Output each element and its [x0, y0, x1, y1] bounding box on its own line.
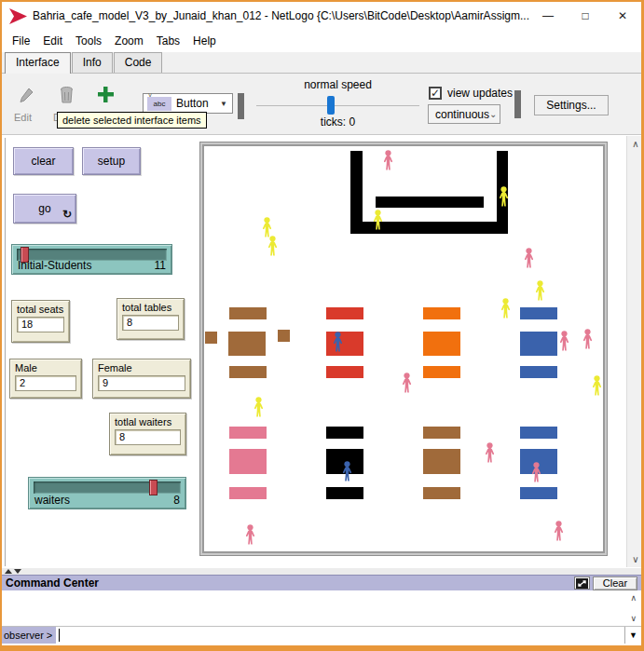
monitor-label: Female — [98, 362, 185, 373]
slider-label: Initial-Students — [18, 259, 91, 272]
view-updates-checkbox[interactable]: ✓ — [429, 87, 442, 100]
monitor-value: 18 — [17, 317, 64, 332]
tab-info[interactable]: Info — [72, 52, 113, 73]
person-icon — [591, 375, 603, 396]
slider-label: waiters — [34, 494, 70, 507]
table-block — [423, 332, 460, 356]
person-icon — [553, 521, 565, 541]
interface-toolbar: Edit Delete abc Button ▼ normal speed ti… — [2, 74, 641, 135]
person-icon — [244, 524, 256, 545]
person-icon — [523, 248, 535, 268]
delete-tooltip: delete selected interface items — [57, 112, 207, 129]
chevron-down-icon: ⌄ — [489, 109, 497, 119]
observer-prompt-label: observer > — [2, 627, 56, 644]
window-border — [0, 645, 644, 651]
table-block — [229, 307, 267, 319]
table-block — [229, 487, 267, 499]
view-updates-label: view updates — [447, 87, 513, 100]
command-center-input-row: observer > ▼ — [2, 626, 641, 644]
splitter-grip-icon[interactable] — [5, 569, 21, 574]
menu-help[interactable]: Help — [186, 32, 223, 50]
clear-button[interactable]: clear — [13, 147, 74, 175]
clear-button-label: clear — [31, 155, 55, 168]
table-block — [229, 449, 267, 474]
menu-file[interactable]: File — [6, 32, 36, 50]
counter-block — [376, 197, 484, 208]
close-button[interactable]: ✕ — [604, 2, 641, 30]
window-border — [0, 0, 2, 651]
person-icon — [498, 186, 510, 207]
tab-interface[interactable]: Interface — [5, 52, 71, 74]
netlogo-logo-icon — [9, 8, 27, 24]
world-view — [199, 142, 608, 556]
widget-type-dropdown[interactable]: abc Button ▼ — [143, 93, 233, 114]
forever-loop-icon: ↻ — [62, 208, 72, 221]
clear-command-center-button[interactable]: Clear — [593, 576, 637, 590]
monitor-label: total seats — [17, 304, 64, 315]
person-icon — [484, 442, 496, 463]
monitor-value: 8 — [115, 429, 181, 445]
table-block — [229, 427, 267, 439]
maximize-button[interactable]: □ — [567, 2, 604, 30]
setup-button[interactable]: setup — [82, 147, 141, 175]
table-block — [228, 332, 266, 356]
monitor-value: 9 — [98, 375, 185, 391]
button-widget-icon: abc — [147, 97, 171, 111]
table-block — [520, 366, 557, 378]
person-icon — [530, 462, 542, 482]
expand-arrows-icon[interactable] — [574, 576, 590, 590]
tab-code[interactable]: Code — [114, 52, 163, 73]
update-mode-dropdown[interactable]: continuous ⌄ — [428, 104, 500, 124]
tab-bar: Interface Info Code — [2, 52, 641, 74]
speed-slider-track[interactable] — [256, 105, 419, 106]
person-icon — [332, 332, 344, 352]
add-widget-plus-icon[interactable] — [96, 85, 115, 103]
monitor-value: 8 — [122, 315, 179, 331]
total-seats-monitor: total seats 18 — [11, 300, 70, 343]
slider-value: 11 — [155, 259, 166, 272]
table-block — [520, 427, 557, 439]
delete-trash-icon[interactable] — [59, 86, 75, 103]
total-tables-monitor: total tables 8 — [116, 298, 185, 340]
table-block — [423, 366, 460, 378]
menu-zoom[interactable]: Zoom — [108, 32, 150, 50]
table-block — [326, 366, 363, 378]
command-center-splitter[interactable] — [2, 568, 641, 575]
table-block — [326, 427, 363, 439]
person-icon — [401, 373, 413, 393]
minimize-button[interactable]: — — [529, 2, 567, 30]
initial-students-slider[interactable]: Initial-Students 11 — [11, 244, 172, 275]
person-icon — [558, 331, 570, 351]
command-history-dropdown[interactable]: ▼ — [624, 627, 641, 644]
waiters-slider[interactable]: waiters 8 — [28, 477, 186, 509]
command-center-title: Command Center — [6, 576, 99, 590]
person-icon — [253, 397, 265, 417]
menu-tabs[interactable]: Tabs — [150, 32, 186, 50]
settings-button[interactable]: Settings... — [534, 95, 609, 115]
table-block — [520, 487, 557, 499]
menu-bar: File Edit Tools Zoom Tabs Help — [2, 30, 641, 52]
menu-edit[interactable]: Edit — [36, 32, 69, 50]
person-icon — [267, 236, 279, 256]
chair-block — [205, 332, 217, 344]
edit-pencil-icon[interactable] — [19, 88, 34, 104]
view-canvas — [202, 144, 605, 553]
total-waiters-monitor: totlal waiters 8 — [109, 413, 186, 455]
toolbar-separator — [514, 90, 521, 118]
window-title: Bahria_cafe_model_V3_by_Junaid_khan_012 … — [33, 9, 529, 22]
window-border — [0, 0, 644, 2]
command-center-header: Command Center Clear — [2, 575, 641, 590]
mini-scroll-up-icon[interactable]: ∧ — [630, 593, 637, 603]
go-button[interactable]: go ↻ — [13, 194, 76, 224]
menu-tools[interactable]: Tools — [69, 32, 108, 50]
speed-slider-handle[interactable] — [327, 96, 335, 115]
person-icon — [582, 329, 594, 349]
command-input[interactable] — [56, 627, 624, 644]
mini-scroll-down-icon[interactable]: ∨ — [630, 614, 637, 623]
table-block — [423, 487, 460, 499]
slider-track[interactable] — [34, 481, 181, 494]
slider-value: 8 — [173, 494, 180, 507]
title-bar: Bahria_cafe_model_V3_by_Junaid_khan_012 … — [2, 2, 641, 30]
person-icon — [261, 217, 273, 237]
panel-divider — [5, 138, 6, 566]
